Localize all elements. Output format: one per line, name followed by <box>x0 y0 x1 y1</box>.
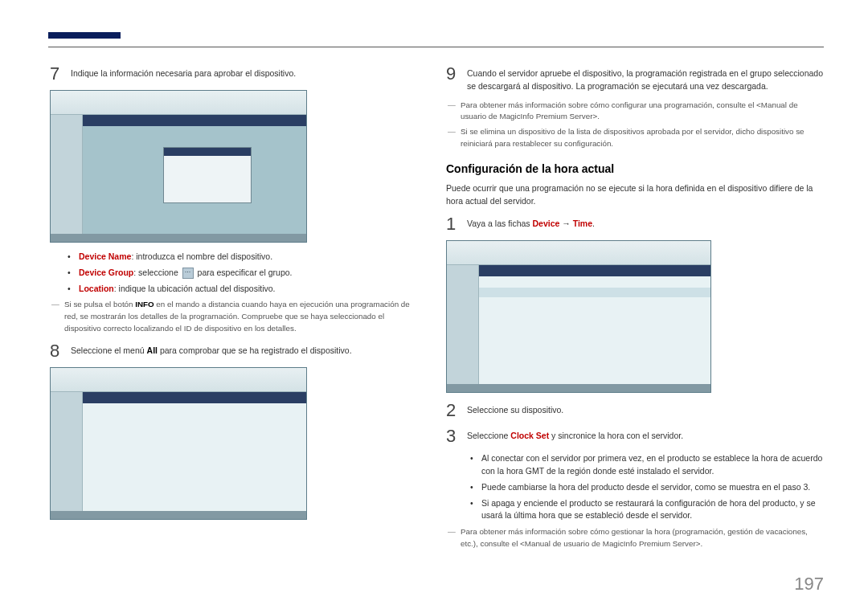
time-intro-text: Puede ocurrir que una programación no se… <box>446 182 825 208</box>
header-accent-bar <box>48 32 121 39</box>
step-number: 1 <box>446 215 467 234</box>
step-number: 7 <box>50 64 71 84</box>
list-item: Device Group: seleccione para especifica… <box>71 267 420 280</box>
list-item: Si apaga y enciende el producto se resta… <box>473 497 825 523</box>
screenshot-device-time <box>446 240 711 393</box>
time-step-1: 1 Vaya a las fichas Device → Time. <box>446 215 825 234</box>
right-column: 9 Cuando el servidor apruebe el disposit… <box>446 64 825 553</box>
left-column: 7 Indique la información necesaria para … <box>50 64 420 528</box>
step-text: Seleccione su dispositivo. <box>467 401 825 417</box>
note-info-button: Si se pulsa el botón INFO en el mando a … <box>53 299 420 334</box>
step-9: 9 Cuando el servidor apruebe el disposit… <box>446 64 825 93</box>
list-item: Al conectar con el servidor por primera … <box>473 452 825 478</box>
screenshot-all-menu <box>50 367 307 520</box>
step-number: 8 <box>50 341 71 361</box>
step-7: 7 Indique la información necesaria para … <box>50 64 420 84</box>
note-time-management: Para obtener más información sobre cómo … <box>449 526 825 550</box>
field-label: Device Group <box>79 268 133 277</box>
group-picker-icon <box>182 268 194 279</box>
field-description-list: Device Name: introduzca el nombre del di… <box>61 251 420 295</box>
note-more-info: Para obtener más información sobre cómo … <box>449 100 825 123</box>
step-text: Cuando el servidor apruebe el dispositiv… <box>467 64 825 93</box>
list-item: Location: indique la ubicación actual de… <box>71 283 420 296</box>
note-device-removed: Si se elimina un dispositivo de la lista… <box>449 126 825 149</box>
step-text: Indique la información necesaria para ap… <box>71 64 420 80</box>
step-text: Seleccione Clock Set y sincronice la hor… <box>467 427 825 443</box>
step-number: 3 <box>446 427 467 446</box>
step-8: 8 Seleccione el menú All para comprobar … <box>50 341 420 361</box>
header-rule <box>48 47 824 47</box>
heading-time-config: Configuración de la hora actual <box>446 161 825 178</box>
list-item: Device Name: introduzca el nombre del di… <box>71 251 420 264</box>
time-notes-list: Al conectar con el servidor por primera … <box>464 452 825 522</box>
step-text: Seleccione el menú All para comprobar qu… <box>71 341 420 358</box>
field-label: Device Name <box>79 251 131 261</box>
time-step-2: 2 Seleccione su dispositivo. <box>446 401 825 420</box>
screenshot-approve-dialog <box>50 90 307 243</box>
field-label: Location <box>79 284 114 293</box>
page-number: 197 <box>794 570 824 597</box>
list-item: Puede cambiarse la hora del producto des… <box>473 481 825 494</box>
time-step-3: 3 Seleccione Clock Set y sincronice la h… <box>446 427 825 446</box>
step-number: 2 <box>446 401 467 420</box>
step-number: 9 <box>446 64 467 84</box>
step-text: Vaya a las fichas Device → Time. <box>467 215 825 231</box>
